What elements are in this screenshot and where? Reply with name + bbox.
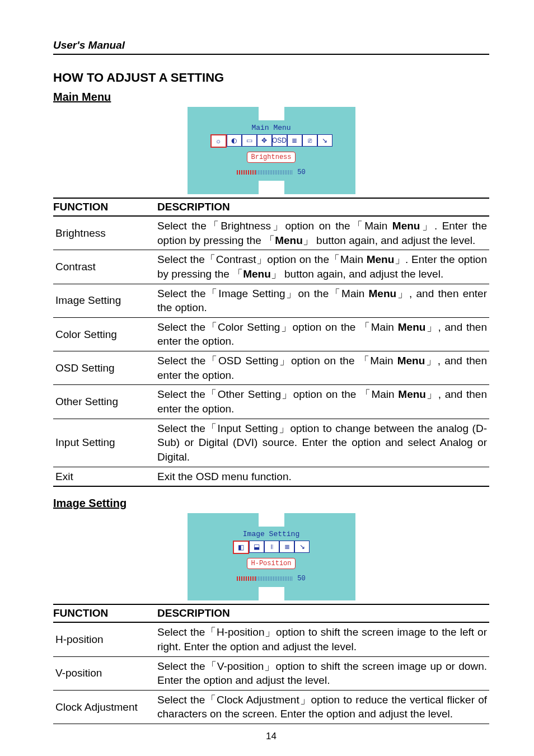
h-position-icon: ◧ bbox=[233, 541, 249, 554]
exit-icon: ↘ bbox=[294, 541, 310, 553]
table-row: V-position bbox=[53, 656, 157, 690]
table-row: Other Setting bbox=[53, 385, 157, 419]
exit-icon: ↘ bbox=[317, 134, 332, 147]
osd-image-title: Image Setting bbox=[194, 530, 349, 538]
col-description: DESCRIPTION bbox=[157, 604, 489, 622]
table-row: Brightness bbox=[53, 216, 157, 250]
osd-main-menu: Main Menu ☼ ◐ ▭ ✥ OSD ≣ ⎚ ↘ Brightness 5… bbox=[188, 107, 355, 194]
osd-image-value: 50 bbox=[297, 575, 305, 583]
page-number: 14 bbox=[53, 731, 489, 742]
table-row: Select the「Color Setting」option on the 「… bbox=[157, 317, 489, 351]
table-row: Clock Adjustment bbox=[53, 690, 157, 724]
osd-image-icons: ◧ ⬓ ⫴ ≣ ↘ bbox=[194, 541, 349, 554]
osd-main-selected-label: Brightness bbox=[247, 152, 295, 163]
main-menu-table: FUNCTION DESCRIPTION BrightnessSelect th… bbox=[53, 198, 489, 487]
col-function: FUNCTION bbox=[53, 604, 157, 622]
contrast-icon: ◐ bbox=[227, 134, 242, 147]
table-row: H-position bbox=[53, 622, 157, 656]
osd-setting-icon: OSD bbox=[272, 134, 287, 147]
osd-image-setting: Image Setting ◧ ⬓ ⫴ ≣ ↘ H-Position 50 bbox=[188, 513, 355, 600]
osd-main-icons: ☼ ◐ ▭ ✥ OSD ≣ ⎚ ↘ bbox=[194, 134, 349, 148]
osd-image-selected-label: H-Position bbox=[247, 558, 295, 569]
table-row: Image Setting bbox=[53, 284, 157, 317]
col-description: DESCRIPTION bbox=[157, 198, 489, 216]
table-row: Select the「Clock Adjustment」option to re… bbox=[157, 690, 489, 724]
brightness-icon: ☼ bbox=[210, 134, 227, 148]
osd-main-title: Main Menu bbox=[194, 124, 349, 132]
other-setting-icon: ≣ bbox=[287, 134, 302, 147]
image-setting-table: FUNCTION DESCRIPTION H-positionSelect th… bbox=[53, 604, 489, 724]
table-row: Input Setting bbox=[53, 419, 157, 467]
osd-main-slider bbox=[237, 170, 293, 175]
table-row: Select the「Brightness」option on the「Main… bbox=[157, 216, 489, 250]
image-setting-heading: Image Setting bbox=[53, 497, 489, 510]
input-setting-icon: ⎚ bbox=[302, 134, 317, 147]
table-row: Select the「V-position」option to shift th… bbox=[157, 656, 489, 690]
table-row: Exit the OSD menu function. bbox=[157, 467, 489, 486]
image-setting-icon: ▭ bbox=[242, 134, 257, 147]
v-position-icon: ⬓ bbox=[249, 541, 264, 553]
table-row: OSD Setting bbox=[53, 351, 157, 385]
table-row: Select the「Input Setting」option to chang… bbox=[157, 419, 489, 467]
clock-icon: ⫴ bbox=[264, 541, 279, 553]
section-title: HOW TO ADJUST A SETTING bbox=[53, 71, 489, 85]
table-row: Contrast bbox=[53, 250, 157, 284]
table-row: Select the「Other Setting」option on the 「… bbox=[157, 385, 489, 419]
doc-title: User's Manual bbox=[53, 39, 489, 51]
color-setting-icon: ✥ bbox=[257, 134, 272, 147]
title-rule bbox=[53, 54, 489, 55]
phase-icon: ≣ bbox=[279, 541, 294, 553]
osd-main-value: 50 bbox=[297, 168, 305, 176]
table-row: Exit bbox=[53, 467, 157, 486]
table-row: Color Setting bbox=[53, 317, 157, 351]
table-row: Select the「OSD Setting」option on the 「Ma… bbox=[157, 351, 489, 385]
table-row: Select the「Contrast」option on the「Main M… bbox=[157, 250, 489, 284]
col-function: FUNCTION bbox=[53, 198, 157, 216]
table-row: Select the「Image Setting」on the「Main Men… bbox=[157, 284, 489, 317]
osd-image-slider bbox=[237, 576, 293, 581]
main-menu-heading: Main Menu bbox=[53, 91, 489, 104]
table-row: Select the「H-position」option to shift th… bbox=[157, 622, 489, 656]
